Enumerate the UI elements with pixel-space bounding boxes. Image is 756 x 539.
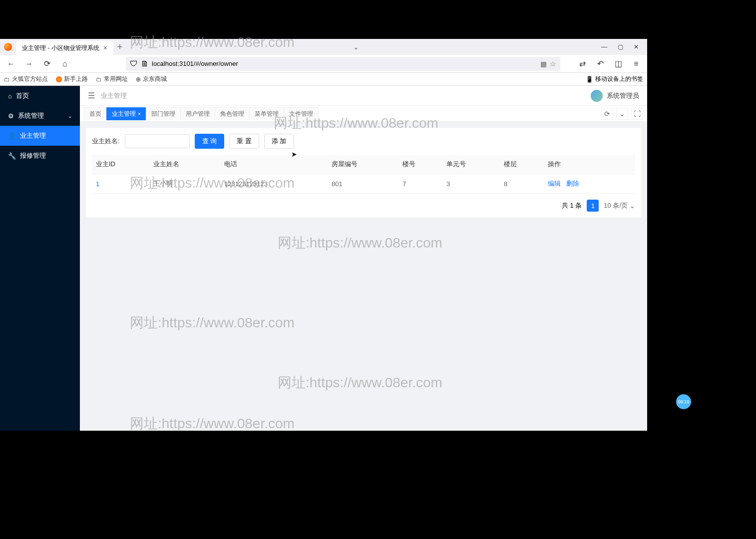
back-button[interactable]: ← bbox=[4, 57, 18, 71]
reload-button[interactable]: ⟳ bbox=[40, 57, 54, 71]
title-bar: 业主管理 - 小区物业管理系统 × + ⌄ — ▢ ✕ bbox=[0, 39, 647, 55]
chevron-down-icon[interactable]: ⌄ bbox=[616, 108, 628, 120]
username: 系统管理员 bbox=[607, 91, 639, 100]
bookmark-item[interactable]: 新手上路 bbox=[56, 75, 88, 83]
content-panel: 业主姓名: 查 询 重 置 添 加 业主ID 业主姓名 电话 房屋编号 楼号 bbox=[86, 128, 641, 218]
folder-icon: 🗀 bbox=[4, 76, 10, 83]
table-header-row: 业主ID 业主姓名 电话 房屋编号 楼号 单元号 楼层 操作 bbox=[92, 155, 635, 174]
cell-building: 7 bbox=[398, 174, 442, 194]
cell-unit: 3 bbox=[442, 174, 500, 194]
tab-file[interactable]: 文件管理 bbox=[284, 107, 319, 120]
fullscreen-icon[interactable]: ⛶ bbox=[631, 108, 643, 120]
library-icon[interactable]: ◫ bbox=[611, 57, 625, 71]
tab-home[interactable]: 首页 bbox=[84, 107, 107, 120]
sidebar-item-owner[interactable]: 👤业主管理 bbox=[0, 126, 80, 146]
bookmark-item[interactable]: ⊕京东商城 bbox=[136, 75, 167, 83]
tab-dept[interactable]: 部门管理 bbox=[146, 107, 181, 120]
th-floor: 楼层 bbox=[500, 155, 544, 174]
firefox-icon bbox=[4, 43, 12, 51]
tab-title: 业主管理 - 小区物业管理系统 bbox=[22, 44, 99, 52]
search-label: 业主姓名: bbox=[92, 137, 120, 146]
forward-button[interactable]: → bbox=[22, 57, 36, 71]
app-content: ⌂首页 ⚙系统管理⌄ 👤业主管理 🔧报修管理 ☰ 业主管理 系统管理员 首页 业… bbox=[0, 86, 647, 431]
chevron-down-icon: ⌄ bbox=[630, 202, 635, 210]
owner-name-input[interactable] bbox=[125, 134, 190, 148]
menu-icon[interactable]: ≡ bbox=[629, 57, 643, 71]
add-button[interactable]: 添 加 bbox=[264, 134, 294, 149]
user-info[interactable]: 系统管理员 bbox=[591, 90, 639, 102]
mobile-icon: 📱 bbox=[586, 76, 593, 83]
window-controls: — ▢ ✕ bbox=[597, 40, 643, 54]
browser-window: 业主管理 - 小区物业管理系统 × + ⌄ — ▢ ✕ ← → ⟳ ⌂ 🛡 🗎 … bbox=[0, 39, 647, 431]
total-text: 共 1 条 bbox=[562, 201, 582, 210]
th-action: 操作 bbox=[544, 155, 635, 174]
tab-menu[interactable]: 菜单管理 bbox=[249, 107, 284, 120]
gear-icon: ⚙ bbox=[8, 112, 14, 120]
tab-owner[interactable]: 业主管理× bbox=[106, 107, 146, 120]
page-number[interactable]: 1 bbox=[587, 200, 599, 212]
minimize-button[interactable]: — bbox=[597, 40, 611, 54]
search-row: 业主姓名: 查 询 重 置 添 加 bbox=[92, 134, 635, 149]
pagination: 共 1 条 1 10 条/页⌄ bbox=[92, 200, 635, 212]
document-icon: 🗎 bbox=[141, 59, 149, 68]
owner-id-link[interactable]: 1 bbox=[96, 180, 99, 188]
refresh-icon[interactable]: ⟳ bbox=[601, 108, 613, 120]
tab-user[interactable]: 用户管理 bbox=[180, 107, 215, 120]
edit-link[interactable]: 编辑 bbox=[548, 180, 561, 187]
page-size-select[interactable]: 10 条/页⌄ bbox=[604, 201, 635, 210]
maximize-button[interactable]: ▢ bbox=[613, 40, 627, 54]
url-input[interactable] bbox=[152, 60, 537, 67]
cell-room: 801 bbox=[328, 174, 398, 194]
reader-icon[interactable]: ▦ bbox=[540, 60, 547, 68]
th-phone: 电话 bbox=[220, 155, 328, 174]
firefox-icon bbox=[56, 76, 62, 82]
header-bar: ☰ 业主管理 系统管理员 bbox=[80, 86, 647, 106]
breadcrumb: 业主管理 bbox=[101, 91, 127, 100]
th-name: 业主姓名 bbox=[149, 155, 220, 174]
navigation-bar: ← → ⟳ ⌂ 🛡 🗎 ▦ ☆ ⇄ ↶ ◫ ≡ bbox=[0, 55, 647, 73]
account-icon[interactable]: ↶ bbox=[593, 57, 607, 71]
wrench-icon: 🔧 bbox=[8, 152, 16, 160]
sidebar: ⌂首页 ⚙系统管理⌄ 👤业主管理 🔧报修管理 bbox=[0, 86, 80, 431]
table-row: 1 王小明 123123123123 801 7 3 8 编辑 删除 bbox=[92, 174, 635, 194]
url-bar[interactable]: 🛡 🗎 ▦ ☆ bbox=[126, 57, 560, 71]
collapse-icon[interactable]: ☰ bbox=[88, 91, 95, 100]
sidebar-item-home[interactable]: ⌂首页 bbox=[0, 86, 80, 106]
user-icon: 👤 bbox=[8, 132, 16, 140]
extension-icon[interactable]: ⇄ bbox=[575, 57, 589, 71]
owner-table: 业主ID 业主姓名 电话 房屋编号 楼号 单元号 楼层 操作 1 bbox=[92, 155, 635, 194]
delete-link[interactable]: 删除 bbox=[566, 180, 579, 187]
bookmark-bar: 🗀火狐官方站点 新手上路 🗀常用网址 ⊕京东商城 📱移动设备上的书签 bbox=[0, 73, 647, 86]
main-area: ☰ 业主管理 系统管理员 首页 业主管理× 部门管理 用户管理 角色管理 菜单管… bbox=[80, 86, 647, 431]
home-button[interactable]: ⌂ bbox=[58, 57, 72, 71]
star-icon[interactable]: ☆ bbox=[550, 60, 556, 68]
close-button[interactable]: ✕ bbox=[629, 40, 643, 54]
chevron-down-icon[interactable]: ⌄ bbox=[353, 43, 359, 51]
bookmark-item[interactable]: 🗀火狐官方站点 bbox=[4, 75, 48, 83]
th-building: 楼号 bbox=[398, 155, 442, 174]
close-icon[interactable]: × bbox=[138, 111, 141, 117]
reset-button[interactable]: 重 置 bbox=[229, 134, 259, 149]
folder-icon: 🗀 bbox=[96, 76, 102, 83]
cell-floor: 8 bbox=[500, 174, 544, 194]
mobile-bookmarks[interactable]: 📱移动设备上的书签 bbox=[586, 75, 643, 83]
shield-icon: 🛡 bbox=[130, 59, 138, 68]
close-icon[interactable]: × bbox=[103, 44, 107, 52]
th-room: 房屋编号 bbox=[328, 155, 398, 174]
th-unit: 单元号 bbox=[442, 155, 500, 174]
sidebar-item-system[interactable]: ⚙系统管理⌄ bbox=[0, 106, 80, 126]
browser-tab[interactable]: 业主管理 - 小区物业管理系统 × bbox=[16, 41, 113, 55]
chevron-down-icon: ⌄ bbox=[68, 113, 72, 119]
avatar bbox=[591, 90, 603, 102]
cell-name: 王小明 bbox=[149, 174, 220, 194]
home-icon: ⌂ bbox=[8, 92, 12, 100]
jd-icon: ⊕ bbox=[136, 76, 141, 83]
tab-role[interactable]: 角色管理 bbox=[215, 107, 250, 120]
cell-phone: 123123123123 bbox=[220, 174, 328, 194]
tabs-bar: 首页 业主管理× 部门管理 用户管理 角色管理 菜单管理 文件管理 ⟳ ⌄ ⛶ bbox=[80, 106, 647, 122]
query-button[interactable]: 查 询 bbox=[195, 134, 225, 149]
th-id: 业主ID bbox=[92, 155, 149, 174]
sidebar-item-repair[interactable]: 🔧报修管理 bbox=[0, 146, 80, 166]
bookmark-item[interactable]: 🗀常用网址 bbox=[96, 75, 128, 83]
new-tab-button[interactable]: + bbox=[117, 42, 123, 52]
